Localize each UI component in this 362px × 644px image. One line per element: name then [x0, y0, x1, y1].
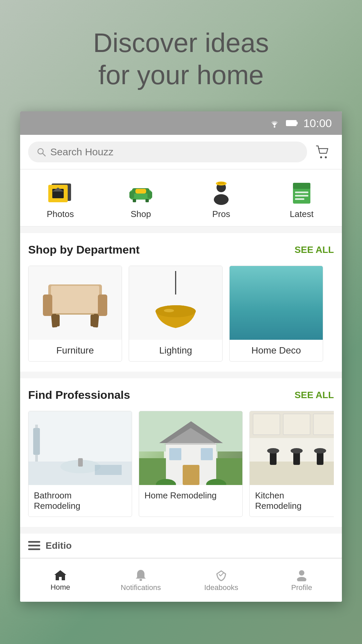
kitchen-card[interactable]: Kitchen Remodeling [249, 411, 334, 517]
svg-rect-25 [295, 195, 308, 197]
professional-cards: Bathroom Remodeling [28, 411, 334, 517]
svg-rect-60 [250, 462, 334, 485]
home-deco-card[interactable]: Home Deco [229, 266, 323, 362]
svg-rect-47 [78, 458, 83, 467]
pros-see-all-button[interactable]: SEE ALL [295, 390, 334, 400]
shop-label: Shop [131, 209, 151, 219]
nav-item-pros[interactable]: Pros [181, 176, 261, 223]
svg-point-6 [325, 156, 327, 158]
svg-rect-24 [295, 192, 308, 193]
svg-point-75 [139, 579, 142, 581]
bathroom-card[interactable]: Bathroom Remodeling [28, 411, 132, 517]
cart-button[interactable] [312, 142, 334, 162]
furniture-card[interactable]: Furniture [28, 266, 122, 362]
home-remodel-card[interactable]: Home Remodeling [139, 411, 243, 517]
svg-point-76 [299, 570, 304, 576]
shop-section: Shop by Department SEE ALL [20, 233, 342, 372]
profile-nav-label: Profile [291, 583, 312, 592]
wifi-icon [268, 118, 281, 128]
app-content: Photos Shop [20, 135, 342, 558]
profile-icon [295, 569, 308, 581]
latest-icon [287, 179, 317, 206]
nav-item-latest[interactable]: Latest [261, 176, 342, 223]
home-nav-label: Home [51, 583, 70, 592]
home-remodel-photo [139, 411, 242, 485]
battery-icon [286, 119, 298, 127]
hero-title: Discover ideas for your home [20, 27, 342, 91]
bathroom-photo [28, 411, 132, 485]
kitchen-photo [250, 411, 334, 485]
bathroom-label: Bathroom Remodeling [28, 485, 132, 517]
svg-rect-13 [129, 192, 134, 198]
search-input-wrapper[interactable] [28, 142, 307, 162]
svg-rect-44 [33, 428, 40, 455]
svg-rect-15 [133, 199, 136, 202]
shop-section-header: Shop by Department SEE ALL [28, 243, 334, 256]
pros-section-header: Find Professionals SEE ALL [28, 388, 334, 401]
svg-line-4 [43, 153, 45, 156]
svg-rect-36 [98, 294, 107, 316]
svg-point-21 [214, 194, 229, 205]
scroll-content: Shop by Department SEE ALL [20, 226, 342, 558]
partial-section: Editio [20, 534, 342, 558]
lighting-card[interactable]: Lighting [129, 266, 223, 362]
lines-icon [28, 541, 40, 550]
svg-rect-71 [28, 541, 40, 543]
bottom-nav-profile[interactable]: Profile [261, 558, 342, 602]
bottom-nav-ideabooks[interactable]: Ideabooks [181, 558, 261, 602]
shop-section-title: Shop by Department [28, 243, 139, 256]
hero-section: Discover ideas for your home [0, 0, 362, 111]
svg-point-66 [314, 448, 326, 453]
svg-point-40 [164, 309, 174, 312]
svg-rect-14 [147, 192, 152, 198]
pros-section-title: Find Professionals [28, 388, 130, 401]
svg-rect-68 [253, 414, 280, 435]
kitchen-label: Kitchen Remodeling [250, 485, 334, 517]
svg-rect-23 [293, 183, 310, 189]
svg-rect-69 [283, 414, 310, 435]
nav-item-photos[interactable]: Photos [20, 176, 101, 223]
app-container: 10:00 [20, 111, 342, 602]
svg-rect-1 [286, 120, 296, 126]
home-icon [54, 569, 67, 581]
pros-icon [206, 179, 236, 206]
nav-item-shop[interactable]: Shop [101, 176, 181, 223]
svg-rect-17 [135, 189, 146, 194]
svg-rect-70 [313, 414, 334, 435]
pros-label: Pros [212, 209, 230, 219]
bottom-nav-home[interactable]: Home [20, 558, 101, 602]
notifications-nav-label: Notifications [121, 583, 161, 592]
svg-rect-54 [201, 448, 213, 460]
ideabooks-icon [215, 569, 228, 581]
svg-rect-42 [28, 411, 132, 462]
svg-rect-20 [218, 182, 225, 184]
svg-rect-30 [51, 286, 99, 303]
svg-rect-52 [183, 465, 199, 485]
svg-point-77 [297, 577, 306, 581]
lighting-label: Lighting [129, 340, 222, 361]
shop-see-all-button[interactable]: SEE ALL [295, 245, 334, 255]
svg-point-39 [156, 305, 196, 317]
bottom-nav-notifications[interactable]: Notifications [101, 558, 181, 602]
svg-point-5 [320, 156, 322, 158]
svg-point-0 [274, 126, 275, 128]
nav-icons-row: Photos Shop [20, 169, 342, 226]
svg-rect-33 [55, 315, 60, 326]
home-remodel-label: Home Remodeling [139, 485, 242, 506]
search-input[interactable] [50, 146, 299, 158]
department-cards: Furniture [28, 266, 334, 362]
home-deco-label: Home Deco [230, 340, 323, 361]
svg-rect-29 [51, 303, 99, 313]
svg-point-64 [267, 448, 279, 453]
furniture-label: Furniture [28, 340, 122, 361]
svg-marker-74 [54, 570, 66, 580]
svg-rect-26 [295, 198, 304, 200]
notifications-icon [134, 569, 147, 581]
bottom-nav: Home Notifications Ideabooks [20, 558, 342, 602]
ideabooks-nav-label: Ideabooks [204, 583, 238, 592]
status-time: 10:00 [303, 117, 332, 130]
latest-label: Latest [290, 209, 314, 219]
partial-label: Editio [46, 540, 72, 551]
search-icon [36, 147, 46, 157]
svg-rect-35 [43, 294, 52, 316]
